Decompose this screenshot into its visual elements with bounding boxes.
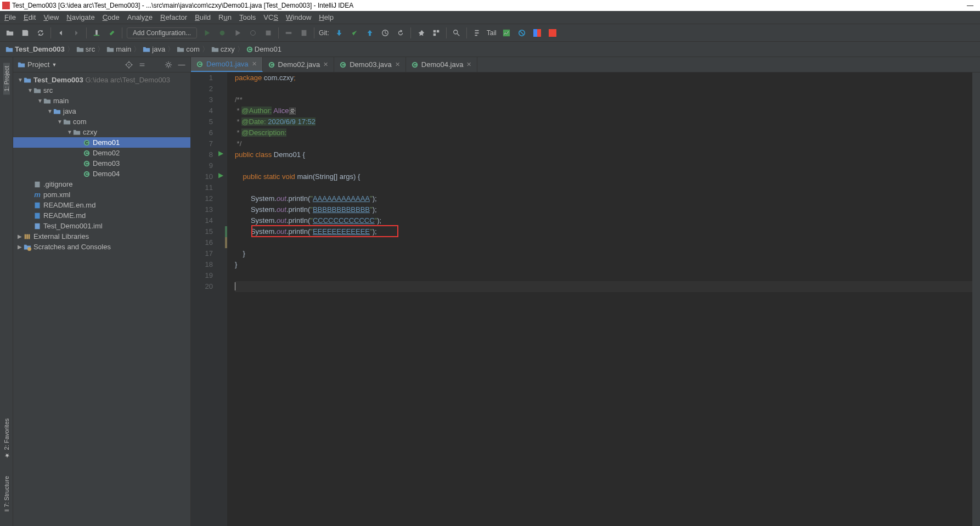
no-entry-icon[interactable] [516, 27, 527, 38]
dump-icon[interactable] [298, 27, 309, 38]
tool-project[interactable]: 1: Project [3, 63, 10, 94]
breadcrumb-src[interactable]: src [76, 45, 95, 53]
menu-code[interactable]: Code [103, 13, 120, 21]
expand-icon[interactable] [138, 60, 147, 69]
menu-edit[interactable]: Edit [24, 13, 36, 21]
menu-file[interactable]: File [4, 13, 16, 21]
tail-label[interactable]: Tail [487, 29, 497, 37]
profile-icon[interactable] [247, 27, 258, 38]
gear-icon[interactable] [164, 60, 173, 69]
translate-1-icon[interactable] [532, 27, 543, 38]
scrollbar[interactable] [972, 72, 980, 526]
menu-navigate[interactable]: Navigate [66, 13, 94, 21]
breadcrumb-main[interactable]: main [106, 45, 131, 53]
tree-demo03[interactable]: CDemo03 [13, 158, 190, 169]
tree-demo01[interactable]: CDemo01 [13, 137, 190, 148]
chart-icon[interactable] [501, 27, 512, 38]
menu-view[interactable]: View [43, 13, 59, 21]
debug-icon[interactable] [217, 27, 228, 38]
menu-tools[interactable]: Tools [239, 13, 256, 21]
menu-vcs[interactable]: VCS [263, 13, 278, 21]
tree-readme[interactable]: README.md [13, 210, 190, 221]
tree-gitignore[interactable]: .gitignore [13, 179, 190, 189]
breadcrumb-root[interactable]: Test_Demo003 [5, 45, 65, 53]
save-icon[interactable] [20, 27, 31, 38]
coverage-icon[interactable] [232, 27, 243, 38]
close-icon[interactable]: ✕ [466, 61, 471, 68]
close-icon[interactable]: ✕ [395, 61, 400, 68]
svg-rect-13 [537, 29, 541, 37]
svg-text:C: C [85, 151, 88, 156]
tree-czxy[interactable]: ▼czxy [13, 127, 190, 137]
breadcrumb-java[interactable]: java [143, 45, 165, 53]
tree-demo04[interactable]: CDemo04 [13, 169, 190, 179]
build-icon[interactable] [91, 27, 102, 38]
settings-icon[interactable] [415, 27, 426, 38]
tab-demo01[interactable]: C Demo01.java ✕ [191, 57, 263, 72]
vcs-revert-icon[interactable] [395, 27, 406, 38]
tree-project-root[interactable]: ▼Test_Demo003 G:\idea arc\Test_Demo003 [13, 75, 190, 85]
close-icon[interactable]: ✕ [252, 60, 257, 68]
run-icon[interactable] [201, 27, 212, 38]
breadcrumb-czxy[interactable]: czxy [211, 45, 235, 53]
menu-run[interactable]: Run [218, 13, 232, 21]
hammer-icon[interactable] [106, 27, 117, 38]
svg-rect-12 [533, 29, 537, 37]
breadcrumb-demo01[interactable]: CDemo01 [246, 45, 281, 53]
editor-body[interactable]: 1234567891011121314151617181920 ▶ ▶ pack… [191, 72, 980, 526]
line-gutter[interactable]: 1234567891011121314151617181920 [191, 72, 217, 526]
tree-main[interactable]: ▼main [13, 96, 190, 106]
run-config-selector[interactable]: Add Configuration... [127, 27, 197, 38]
tree-scratches[interactable]: ▶Scratches and Consoles [13, 242, 190, 252]
paragraph-icon[interactable] [471, 27, 482, 38]
project-structure-icon[interactable] [431, 27, 442, 38]
vcs-update-icon[interactable] [334, 27, 345, 38]
sync-icon[interactable] [35, 27, 46, 38]
tree-demo02[interactable]: CDemo02 [13, 148, 190, 158]
tab-demo02[interactable]: C Demo02.java ✕ [263, 57, 335, 72]
svg-text:C: C [270, 63, 273, 68]
project-tree[interactable]: ▼Test_Demo003 G:\idea arc\Test_Demo003 ▼… [13, 72, 190, 526]
vcs-commit-icon[interactable] [349, 27, 360, 38]
translate-2-icon[interactable] [547, 27, 558, 38]
action-gutter[interactable]: ▶ ▶ [217, 72, 227, 526]
project-view-selector[interactable]: Project ▼ [18, 60, 57, 69]
sidebar-header: Project ▼ — [13, 57, 190, 72]
back-icon[interactable] [55, 27, 66, 38]
tree-java[interactable]: ▼java [13, 106, 190, 116]
hide-icon[interactable]: — [177, 60, 186, 69]
stop-icon[interactable] [263, 27, 274, 38]
menu-help[interactable]: Help [319, 13, 334, 21]
menu-window[interactable]: Window [286, 13, 311, 21]
tool-favorites[interactable]: ★ 2: Favorites [3, 415, 10, 462]
code-content[interactable]: package com.czxy; /** * @Author: Alice爱 … [227, 72, 972, 526]
vcs-push-icon[interactable] [364, 27, 375, 38]
search-icon[interactable] [451, 27, 462, 38]
menu-build[interactable]: Build [195, 13, 211, 21]
tree-readme-en[interactable]: README.en.md [13, 200, 190, 210]
breadcrumb-com[interactable]: com [177, 45, 200, 53]
tree-src[interactable]: ▼src [13, 85, 190, 96]
menu-analyze[interactable]: Analyze [127, 13, 153, 21]
attach-icon[interactable] [283, 27, 294, 38]
vcs-history-icon[interactable] [380, 27, 391, 38]
tree-com[interactable]: ▼com [13, 116, 190, 127]
editor-area: C Demo01.java ✕ C Demo02.java ✕ C Demo03… [191, 57, 980, 526]
menu-refactor[interactable]: Refactor [160, 13, 187, 21]
tab-demo03[interactable]: C Demo03.java ✕ [334, 57, 406, 72]
open-icon[interactable] [4, 27, 15, 38]
tree-external-libraries[interactable]: ▶External Libraries [13, 231, 190, 242]
collapse-spacer [151, 60, 160, 69]
tab-demo04[interactable]: C Demo04.java ✕ [406, 57, 478, 72]
run-gutter-icon[interactable]: ▶ [218, 149, 223, 157]
locate-icon[interactable] [125, 60, 133, 69]
tool-structure[interactable]: ⫴ 7: Structure [3, 473, 10, 515]
run-gutter-icon[interactable]: ▶ [218, 171, 223, 179]
minimize-button[interactable]: — [967, 2, 973, 9]
forward-icon[interactable] [71, 27, 82, 38]
menu-bar: File Edit View Navigate Code Analyze Ref… [0, 11, 980, 24]
tree-iml[interactable]: Test_Demo001.iml [13, 221, 190, 231]
tree-pom[interactable]: mpom.xml [13, 189, 190, 200]
window-title: Test_Demo003 [G:\idea arc\Test_Demo003] … [12, 2, 353, 9]
close-icon[interactable]: ✕ [323, 61, 328, 68]
